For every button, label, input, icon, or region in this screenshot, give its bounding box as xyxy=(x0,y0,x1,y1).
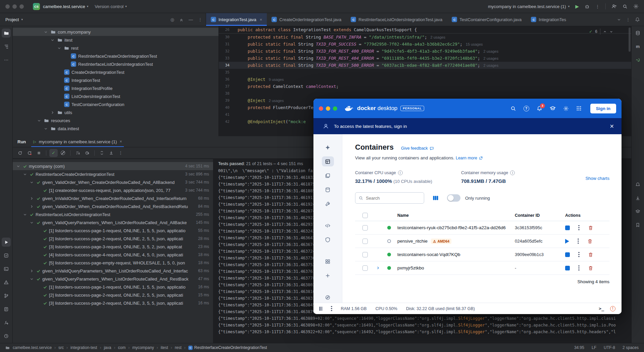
container-search[interactable] xyxy=(355,192,424,204)
breadcrumb-item[interactable]: itest xyxy=(161,345,168,350)
container-row[interactable]: testcontainers-ryuk-cb275cbd-f9e2-41f5-a… xyxy=(355,221,609,235)
zoom-window-icon[interactable] xyxy=(19,4,24,9)
project-tree-item[interactable]: com.mycompany xyxy=(13,28,218,36)
container-checkbox[interactable] xyxy=(362,239,368,244)
chevron-down-icon[interactable] xyxy=(29,277,35,281)
test-tree-item[interactable]: [4] listorders-success-page-4-request, O… xyxy=(13,251,213,259)
editor-tab[interactable]: CIntegrationTes xyxy=(526,13,571,26)
sign-in-button[interactable]: Sign in xyxy=(590,104,616,113)
problems-toolwindow-icon[interactable] xyxy=(2,278,11,287)
scrollbar-thumb[interactable] xyxy=(629,28,631,52)
project-tree-item[interactable]: resources xyxy=(13,116,218,124)
terminal-toolwindow-icon[interactable] xyxy=(2,264,11,273)
container-row[interactable]: testcontainers-socat-Vqdt7KQb3909ee09b1c… xyxy=(355,248,609,261)
container-menu-button[interactable] xyxy=(578,239,579,244)
vcs-menu[interactable]: Version control▾ xyxy=(95,4,127,9)
editor-tab[interactable]: CRestInterfaceListOrdersIntegrationTest.… xyxy=(346,13,447,26)
test-tree-item[interactable]: given_ValidQueryParameters_When_ListOrde… xyxy=(13,218,213,227)
project-tree-item[interactable]: itest xyxy=(13,36,218,44)
delete-container-button[interactable] xyxy=(588,265,593,271)
chevron-down-icon[interactable] xyxy=(15,164,21,168)
project-switcher[interactable]: camelbee.test.service▾ xyxy=(43,4,88,9)
chevron-down-icon[interactable] xyxy=(29,220,35,225)
container-checkbox[interactable] xyxy=(362,252,368,257)
images-nav-icon[interactable] xyxy=(322,170,334,181)
structure-toolwindow-icon[interactable] xyxy=(2,42,11,51)
apps-grid-icon[interactable] xyxy=(576,106,582,111)
container-id-column-header[interactable]: Container ID xyxy=(515,213,565,218)
chevron-down-icon[interactable] xyxy=(56,46,62,50)
delete-container-button[interactable] xyxy=(588,252,593,257)
test-tree-item[interactable]: [2] listorders-success-page-2-request, O… xyxy=(13,291,213,299)
chevron-down-icon[interactable] xyxy=(22,172,28,177)
chevron-right-icon[interactable] xyxy=(29,204,35,209)
line-separator[interactable]: LF xyxy=(592,345,596,350)
debug-button[interactable] xyxy=(585,4,590,9)
stop-container-button[interactable] xyxy=(565,266,570,270)
chevron-down-icon[interactable] xyxy=(50,38,55,42)
file-encoding[interactable]: UTF-8 xyxy=(604,345,615,350)
close-window-icon[interactable] xyxy=(5,4,10,9)
bookmarks-toolwindow-icon[interactable] xyxy=(633,220,642,230)
close-banner-icon[interactable]: ✕ xyxy=(610,123,614,130)
project-panel-title[interactable]: Project xyxy=(5,17,19,22)
more-toolwindows-icon[interactable]: ⋯ xyxy=(2,55,11,64)
settings-icon[interactable] xyxy=(563,106,569,111)
minimize-window-icon[interactable] xyxy=(326,106,330,111)
test-tree-item[interactable]: RestInterfaceListOrdersIntegrationTest25… xyxy=(13,210,213,218)
extensions-nav-icon[interactable] xyxy=(322,256,334,266)
build-toolwindow-icon[interactable] xyxy=(2,318,11,327)
explore-nav-icon[interactable] xyxy=(322,292,334,302)
import-test-results-icon[interactable] xyxy=(107,149,115,157)
test-tree-item[interactable]: [3] listorders-success-page-3-request, O… xyxy=(13,243,213,251)
chevron-down-icon[interactable] xyxy=(43,30,49,34)
info-icon[interactable]: i xyxy=(398,170,403,175)
search-input[interactable] xyxy=(366,196,420,201)
delete-container-button[interactable] xyxy=(588,225,593,231)
dev-environments-nav-icon[interactable] xyxy=(322,220,334,231)
chevron-down-icon[interactable] xyxy=(22,212,28,217)
container-checkbox[interactable] xyxy=(362,265,368,271)
breadcrumb-item[interactable]: src xyxy=(58,345,64,350)
expand-all-icon[interactable] xyxy=(98,149,106,157)
add-extensions-icon[interactable] xyxy=(322,270,334,281)
version-control-toolwindow-icon[interactable] xyxy=(2,291,11,300)
inspections-widget[interactable]: ✓ 6 xyxy=(589,29,613,35)
chevron-right-icon[interactable] xyxy=(50,110,55,115)
container-menu-button[interactable] xyxy=(578,265,580,271)
close-tab-icon[interactable]: × xyxy=(260,17,262,22)
only-running-toggle[interactable] xyxy=(447,194,460,202)
run-options-icon[interactable]: ⋮ xyxy=(116,149,125,157)
todo-toolwindow-icon[interactable] xyxy=(2,305,11,314)
container-name[interactable]: testcontainers-ryuk-cb275cbd-f9e2-41f5-a… xyxy=(397,225,506,230)
learn-more-link[interactable]: Learn more xyxy=(456,156,483,160)
run-configuration-selector[interactable]: mycompany in camelbee.test.service (1)▾ xyxy=(488,4,569,9)
container-row[interactable]: pxmyjr5ztkbo- xyxy=(355,261,609,275)
chevron-down-icon[interactable] xyxy=(43,127,49,131)
test-tree-item[interactable]: RestInterfaceCreateOrderIntegrationTest3… xyxy=(13,170,213,178)
breadcrumb-item[interactable]: camelbee.test.service xyxy=(13,345,52,350)
tab-options-icon[interactable]: ⋮ xyxy=(626,17,630,22)
breadcrumb-item[interactable]: com xyxy=(118,345,126,350)
hide-panel-icon[interactable]: — xyxy=(189,17,193,22)
breadcrumb-item[interactable]: CRestInterfaceCreateOrderIntegrationTest xyxy=(188,345,267,350)
pause-resources-icon[interactable] xyxy=(319,307,322,311)
terminal-button[interactable]: >_ xyxy=(599,306,604,311)
container-name[interactable]: testcontainers-socat-Vqdt7KQb xyxy=(397,252,460,257)
layers-icon[interactable] xyxy=(633,207,642,216)
close-run-tab-icon[interactable]: × xyxy=(119,139,122,144)
sort-by-duration-icon[interactable] xyxy=(83,149,91,157)
gradle-toolwindow-icon[interactable] xyxy=(633,55,642,64)
stop-container-button[interactable] xyxy=(565,252,570,257)
minimize-window-icon[interactable] xyxy=(12,4,17,9)
project-tree-item[interactable]: CIntegrationTest xyxy=(13,76,218,84)
run-toolwindow-title[interactable]: Run xyxy=(17,139,26,144)
panel-options-icon[interactable]: ⋮ xyxy=(198,17,202,22)
download-icon[interactable] xyxy=(633,194,642,203)
test-tree-item[interactable]: mycompany (com)4 sec 151 ms xyxy=(13,162,213,170)
test-tree-item[interactable]: [1] listorders-success-page-1-request, O… xyxy=(13,227,213,235)
stop-process-icon[interactable] xyxy=(35,149,43,157)
editor-tab[interactable]: CTestContainerConfiguration.java xyxy=(447,13,526,26)
notifications-icon[interactable] xyxy=(635,17,640,22)
show-charts-link[interactable]: Show charts xyxy=(585,170,609,181)
